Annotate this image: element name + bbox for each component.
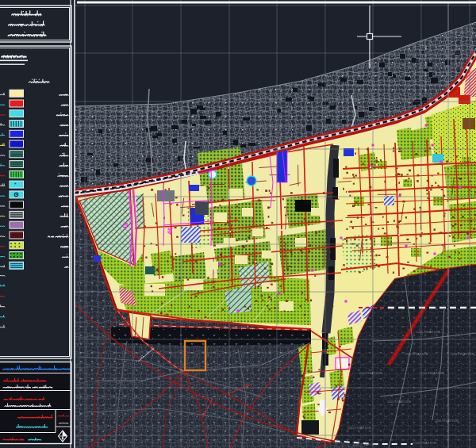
svg-text:CULTIVATION: CULTIVATION [353, 442, 377, 446]
svg-text:CULTIVATION: CULTIVATION [413, 441, 436, 445]
svg-text:CULTIVATION: CULTIVATION [420, 371, 444, 375]
svg-text:CULTIVATION: CULTIVATION [451, 352, 474, 356]
svg-text:*: * [14, 182, 17, 187]
svg-text:CULTIVATION: CULTIVATION [405, 352, 428, 356]
svg-text:CULTIVATION: CULTIVATION [416, 330, 440, 334]
svg-text:CULTIVATION: CULTIVATION [347, 426, 371, 430]
svg-text:CULTIVATION: CULTIVATION [435, 419, 459, 423]
svg-text:CULTIVATION: CULTIVATION [359, 371, 382, 375]
svg-text:CULTIVATION: CULTIVATION [387, 400, 411, 404]
